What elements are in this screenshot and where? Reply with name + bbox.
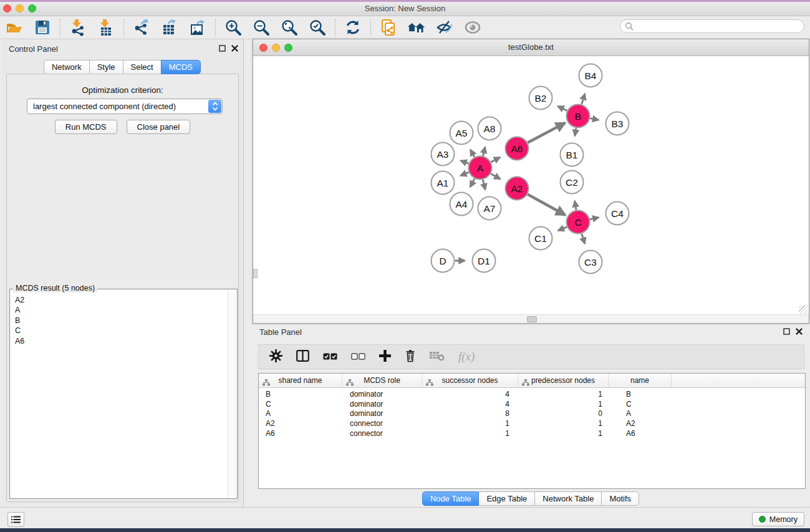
graph-edge-B-B2[interactable]: [557, 106, 567, 110]
graph-edge-A-A1[interactable]: [460, 172, 469, 175]
vertical-scroll-thumb[interactable]: [253, 269, 258, 278]
optimization-criterion-select[interactable]: largest connected component (directed): [27, 99, 223, 114]
network-canvas[interactable]: AA1A2A3A4A5A6A7A8BB1B2B3B4CC1C2C3C4DD1: [253, 56, 809, 323]
open-session-icon[interactable]: [5, 18, 24, 37]
delete-table-icon[interactable]: [430, 351, 445, 364]
horizontal-scroll-thumb[interactable]: [527, 316, 537, 322]
float-panel-icon[interactable]: [219, 45, 226, 52]
tab-node-table[interactable]: Node Table: [422, 491, 480, 506]
graph-edge-C-C2[interactable]: [575, 201, 576, 210]
memory-button[interactable]: Memory: [752, 512, 804, 526]
mcds-panel: Optimization criterion: largest connecte…: [6, 74, 239, 502]
tab-style[interactable]: Style: [89, 60, 123, 74]
zoom-fit-icon[interactable]: [280, 18, 299, 37]
settings-gear-icon[interactable]: [269, 349, 282, 365]
result-item[interactable]: A: [15, 305, 228, 315]
task-history-button[interactable]: [7, 512, 24, 527]
graph-node-label-C: C: [574, 217, 581, 228]
show-networks-home-icon[interactable]: [407, 18, 426, 37]
add-column-icon[interactable]: [379, 350, 391, 364]
export-network-icon[interactable]: [132, 18, 151, 37]
graph-node-label-B: B: [575, 111, 581, 122]
table-panel-title: Table Panel: [259, 327, 302, 337]
export-table-icon[interactable]: [160, 18, 179, 37]
close-table-panel-icon[interactable]: [796, 328, 803, 335]
desktop-wallpaper-bottom: [0, 528, 810, 532]
app-title: Session: New Session: [0, 2, 810, 16]
import-network-icon[interactable]: [69, 18, 87, 37]
mcds-result-title: MCDS result (5 nodes): [13, 284, 97, 293]
graph-node-label-C4: C4: [611, 208, 624, 219]
save-session-icon[interactable]: [33, 18, 52, 37]
function-builder-icon[interactable]: f(x): [458, 350, 475, 364]
minimize-window-button[interactable]: [16, 4, 24, 12]
node-table: shared name MCDS role successor nodes pr…: [258, 373, 806, 489]
graph-edge-A2-C[interactable]: [528, 194, 565, 215]
horizontal-scrollbar[interactable]: [253, 314, 809, 323]
graph-edge-B-B3[interactable]: [590, 118, 599, 120]
result-item[interactable]: A6: [15, 336, 228, 346]
column-header-name[interactable]: name: [609, 374, 672, 387]
refresh-icon[interactable]: [344, 18, 362, 37]
table-row[interactable]: Cdominator41C: [259, 400, 805, 410]
graph-edge-A-A6[interactable]: [491, 157, 500, 162]
result-item[interactable]: A2: [15, 295, 228, 305]
graph-edge-A-A3[interactable]: [461, 160, 469, 163]
close-network-window-button[interactable]: [259, 44, 268, 52]
column-header-mcds-role[interactable]: MCDS role: [342, 374, 422, 387]
graph-edge-A-A5[interactable]: [470, 150, 474, 157]
column-header-predecessor-nodes[interactable]: predecessor nodes: [518, 374, 609, 387]
split-columns-icon[interactable]: [296, 350, 309, 364]
graph-edge-C-C3[interactable]: [582, 234, 585, 244]
table-row[interactable]: Bdominator41B: [259, 390, 805, 400]
column-header-shared-name[interactable]: shared name: [259, 374, 342, 387]
table-row[interactable]: Adominator80A: [259, 409, 805, 419]
graph-node-label-A4: A4: [456, 199, 468, 210]
zoom-network-window-button[interactable]: [284, 44, 292, 52]
graph-edge-C-C1[interactable]: [558, 227, 567, 231]
duplicate-network-icon[interactable]: [379, 18, 398, 37]
close-window-button[interactable]: [3, 4, 11, 12]
result-item[interactable]: C: [15, 326, 228, 336]
minimize-network-window-button[interactable]: [272, 44, 280, 52]
dropdown-selected-value: largest connected component (directed): [33, 102, 176, 111]
select-all-icon[interactable]: [323, 351, 337, 362]
graph-edge-B-B1[interactable]: [575, 128, 576, 136]
close-panel-button[interactable]: Close panel: [127, 120, 191, 134]
column-header-filler: [672, 374, 805, 387]
toggle-details-icon[interactable]: [435, 18, 454, 37]
graph-edge-A6-B[interactable]: [528, 123, 565, 143]
delete-column-icon[interactable]: [405, 349, 416, 365]
zoom-in-icon[interactable]: [224, 18, 243, 37]
graph-edge-B-B4[interactable]: [582, 94, 585, 104]
tab-mcds[interactable]: MCDS: [161, 60, 201, 74]
window-resize-grip[interactable]: [799, 305, 808, 314]
export-image-icon[interactable]: [188, 18, 207, 37]
search-input[interactable]: [634, 21, 804, 31]
table-row[interactable]: A6connector11A6: [259, 429, 805, 439]
tab-select[interactable]: Select: [123, 60, 162, 74]
tab-motifs[interactable]: Motifs: [601, 491, 639, 506]
optimization-criterion-label: Optimization criterion:: [7, 85, 238, 95]
zoom-out-icon[interactable]: [252, 18, 271, 37]
column-header-successor-nodes[interactable]: successor nodes: [422, 374, 518, 387]
zoom-selected-icon[interactable]: [308, 18, 327, 37]
graph-edge-A-A4[interactable]: [470, 178, 475, 187]
table-row[interactable]: A2connector11A2: [259, 419, 805, 429]
graph-edge-A-A7[interactable]: [483, 180, 485, 190]
float-table-panel-icon[interactable]: [783, 328, 790, 335]
tab-network-table[interactable]: Network Table: [534, 491, 602, 506]
show-details-eye-icon[interactable]: [463, 18, 482, 37]
tab-edge-table[interactable]: Edge Table: [478, 491, 535, 506]
run-mcds-button[interactable]: Run MCDS: [55, 120, 117, 134]
close-panel-icon[interactable]: [231, 45, 238, 52]
graph-edge-A-A2[interactable]: [491, 174, 500, 180]
deselect-all-icon[interactable]: [351, 351, 365, 362]
tab-network[interactable]: Network: [44, 60, 90, 74]
graph-edge-A-A8[interactable]: [483, 147, 485, 156]
zoom-window-button[interactable]: [28, 4, 36, 12]
result-scrollbar[interactable]: [228, 290, 236, 498]
import-table-icon[interactable]: [97, 18, 115, 37]
result-item[interactable]: B: [15, 316, 228, 326]
graph-edge-C-C4[interactable]: [590, 218, 599, 220]
